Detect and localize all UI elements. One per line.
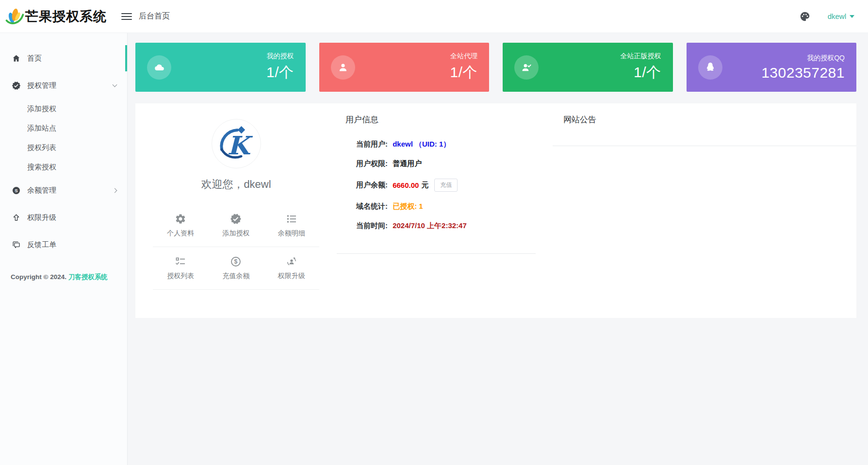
action-add-auth[interactable]: 添加授权 xyxy=(208,204,263,247)
sidebar-subitem-auth-list[interactable]: 授权列表 xyxy=(0,138,127,157)
svg-text:K: K xyxy=(227,131,253,160)
sidebar-item-label: 授权管理 xyxy=(27,81,56,90)
stat-value: 1302357281 xyxy=(761,65,845,81)
profile-card: K 欢迎您，dkewl 个人资料 xyxy=(135,103,337,318)
main-content: 我的授权 1/个 全站代理 1/个 全站正版授权 1/个 xyxy=(128,33,868,465)
menu-toggle-icon[interactable] xyxy=(121,11,132,22)
feedback-chat-icon xyxy=(12,240,21,249)
sidebar-subitem-add-auth[interactable]: 添加授权 xyxy=(0,99,127,118)
top-header: 芒果授权系统 后台首页 dkewl xyxy=(0,0,868,33)
upgrade-arrow-icon xyxy=(12,213,21,222)
stat-title: 全站正版授权 xyxy=(621,52,661,61)
sidebar-item-auth-management[interactable]: 授权管理 xyxy=(0,72,127,99)
action-balance-detail[interactable]: 余额明细 xyxy=(264,204,319,247)
stat-cards-row: 我的授权 1/个 全站代理 1/个 全站正版授权 1/个 xyxy=(135,43,856,92)
cloud-icon xyxy=(147,55,171,80)
sidebar-item-label: 反馈工单 xyxy=(27,240,56,249)
chevron-right-icon xyxy=(113,188,117,193)
sidebar-item-balance-management[interactable]: S 余额管理 xyxy=(0,177,127,204)
welcome-text: 欢迎您，dkewl xyxy=(135,177,337,192)
header-right: dkewl xyxy=(800,11,868,22)
user-info-panel: 用户信息 当前用户: dkewl （UID: 1） 用户权限: 普通用户 用户余… xyxy=(337,103,536,254)
recharge-button[interactable]: 充值 xyxy=(434,179,458,192)
sidebar-item-home[interactable]: 首页 xyxy=(0,45,127,72)
stat-value: 1/个 xyxy=(450,63,477,83)
chevron-down-icon xyxy=(850,15,854,18)
avatar: K xyxy=(212,119,261,168)
sidebar-subitem-add-site[interactable]: 添加站点 xyxy=(0,118,127,138)
balance-s-icon: S xyxy=(12,186,21,195)
stat-title: 我的授权 xyxy=(266,52,294,61)
mango-logo-icon xyxy=(4,6,25,27)
home-icon xyxy=(12,54,21,63)
svg-text:S: S xyxy=(15,187,17,193)
action-auth-list[interactable]: 授权列表 xyxy=(153,247,208,290)
user-upgrade-icon xyxy=(286,256,297,267)
user-role-value: 普通用户 xyxy=(393,159,422,168)
balance-unit: 元 xyxy=(421,181,428,190)
checklist-icon xyxy=(175,256,186,267)
user-menu[interactable]: dkewl xyxy=(828,12,854,20)
dollar-circle-icon: $ xyxy=(230,256,242,267)
current-user-value: dkewl （UID: 1） xyxy=(393,140,450,149)
announcement-panel: 网站公告 xyxy=(553,103,856,146)
sidebar-subitem-search-auth[interactable]: 搜索授权 xyxy=(0,157,127,177)
sidebar: 首页 授权管理 添加授权 添加站点 授权列表 搜索授权 S 余额管理 xyxy=(0,33,128,465)
copyright-link[interactable]: 刀客授权系统 xyxy=(68,273,108,281)
copyright: Copyright © 2024. 刀客授权系统 xyxy=(0,273,127,282)
sidebar-item-permission-upgrade[interactable]: 权限升级 xyxy=(0,204,127,231)
stat-title: 全站代理 xyxy=(450,52,477,61)
stat-card-genuine-auth[interactable]: 全站正版授权 1/个 xyxy=(503,43,673,92)
stat-card-site-agent[interactable]: 全站代理 1/个 xyxy=(319,43,490,92)
quick-actions: 个人资料 添加授权 余额明细 xyxy=(153,204,319,290)
gear-icon xyxy=(175,213,186,225)
user-role-row: 用户权限: 普通用户 xyxy=(356,159,536,168)
user-check-icon xyxy=(514,55,539,80)
qq-penguin-icon xyxy=(698,55,722,80)
list-icon xyxy=(286,213,297,225)
brand: 芒果授权系统 xyxy=(0,6,116,27)
announcement-title: 网站公告 xyxy=(563,114,856,125)
stat-value: 1/个 xyxy=(266,63,294,83)
chevron-down-icon xyxy=(113,82,117,87)
badge-check-icon xyxy=(230,213,242,225)
user-info-title: 用户信息 xyxy=(345,114,536,125)
current-time-value: 2024/7/10 上午2:32:47 xyxy=(393,221,467,231)
current-time-row: 当前时间: 2024/7/10 上午2:32:47 xyxy=(356,221,536,231)
sidebar-item-feedback-ticket[interactable]: 反馈工单 xyxy=(0,231,127,258)
current-user-row: 当前用户: dkewl （UID: 1） xyxy=(356,140,536,149)
user-icon xyxy=(331,55,355,80)
stat-value: 1/个 xyxy=(621,63,661,83)
balance-value: 6660.00 xyxy=(393,181,419,189)
domain-stats-row: 域名统计: 已授权: 1 xyxy=(356,202,536,211)
sidebar-item-label: 首页 xyxy=(27,54,42,63)
dashboard-panel: K 欢迎您，dkewl 个人资料 xyxy=(135,103,856,318)
theme-palette-icon[interactable] xyxy=(800,11,810,22)
sidebar-item-label: 权限升级 xyxy=(27,213,56,222)
action-permission-upgrade[interactable]: 权限升级 xyxy=(264,247,319,290)
verified-badge-icon xyxy=(12,81,21,90)
stat-title: 我的授权QQ xyxy=(761,54,845,63)
svg-text:$: $ xyxy=(234,258,238,265)
domain-stats-value: 已授权: 1 xyxy=(393,202,423,211)
action-recharge-balance[interactable]: $ 充值余额 xyxy=(208,247,263,290)
brand-title: 芒果授权系统 xyxy=(25,8,107,25)
stat-card-my-auth[interactable]: 我的授权 1/个 xyxy=(135,43,306,92)
sidebar-item-label: 余额管理 xyxy=(27,186,56,195)
stat-card-auth-qq[interactable]: 我的授权QQ 1302357281 xyxy=(687,43,857,92)
breadcrumb[interactable]: 后台首页 xyxy=(139,11,170,21)
action-personal-profile[interactable]: 个人资料 xyxy=(153,204,208,247)
user-balance-row: 用户余额: 6660.00 元 充值 xyxy=(356,179,536,192)
username[interactable]: dkewl xyxy=(828,12,846,20)
